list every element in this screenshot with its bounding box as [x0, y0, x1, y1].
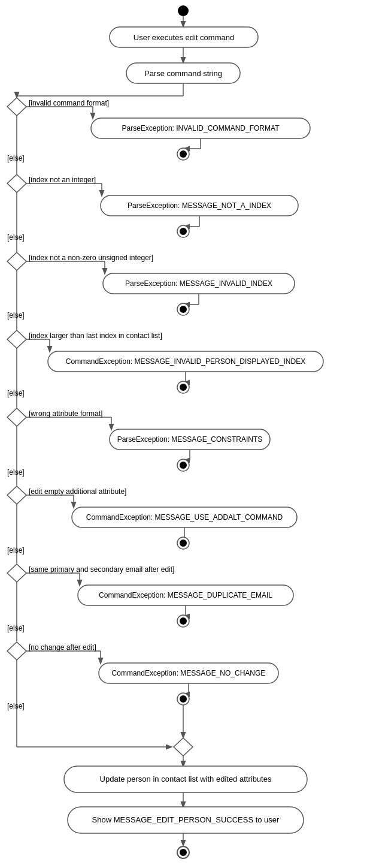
decision8-diamond — [7, 642, 26, 660]
update-label: Update person in contact list with edite… — [100, 774, 272, 783]
decision1-diamond — [7, 98, 26, 116]
end2-inner — [180, 228, 187, 235]
guard4-label: [index larger than last index in contact… — [29, 331, 162, 340]
parse-label: Parse command string — [144, 69, 222, 78]
else6-label: [else] — [7, 546, 25, 554]
show-label: Show MESSAGE_EDIT_PERSON_SUCCESS to user — [92, 815, 280, 824]
decision7-diamond — [7, 564, 26, 582]
decision5-diamond — [7, 408, 26, 426]
guard1-label: [invalid command format] — [29, 99, 109, 107]
exc5-label: ParseException: MESSAGE_CONSTRAINTS — [117, 435, 263, 444]
exc1-label: ParseException: INVALID_COMMAND_FORMAT — [122, 124, 280, 132]
else3-label: [else] — [7, 311, 25, 320]
exc7-label: CommandException: MESSAGE_DUPLICATE_EMAI… — [99, 591, 272, 599]
end7-inner — [180, 617, 187, 625]
end5-inner — [180, 462, 187, 469]
guard2-label: [index not an integer] — [29, 176, 96, 184]
else1-label: [else] — [7, 154, 25, 162]
end6-inner — [180, 540, 187, 547]
decision2-diamond — [7, 174, 26, 192]
exc2-label: ParseException: MESSAGE_NOT_A_INDEX — [128, 201, 271, 210]
exc8-label: CommandException: MESSAGE_NO_CHANGE — [112, 669, 266, 677]
end1-inner — [180, 150, 187, 158]
decision4-diamond — [7, 330, 26, 348]
else4-label: [else] — [7, 389, 25, 397]
start-node — [178, 5, 189, 16]
decision6-diamond — [7, 486, 26, 504]
execute-label: User executes edit command — [134, 33, 234, 42]
end8-inner — [180, 695, 187, 703]
guard8-label: [no change after edit] — [29, 643, 96, 652]
guard7-label: [same primary and secondary email after … — [29, 565, 174, 574]
decision3-diamond — [7, 252, 26, 270]
else2-label: [else] — [7, 233, 25, 242]
else7-label: [else] — [7, 624, 25, 632]
else5-label: [else] — [7, 468, 25, 477]
exc4-label: CommandException: MESSAGE_INVALID_PERSON… — [66, 357, 305, 366]
exc3-label: ParseException: MESSAGE_INVALID_INDEX — [125, 279, 272, 288]
diagram-svg: User executes edit command Parse command… — [0, 0, 367, 868]
activity-diagram: User executes edit command Parse command… — [0, 0, 367, 868]
final-end-inner — [180, 849, 187, 856]
end3-inner — [180, 306, 187, 313]
merge-diamond — [174, 738, 193, 756]
guard5-label: [wrong attribute format] — [29, 409, 102, 418]
exc6-label: CommandException: MESSAGE_USE_ADDALT_COM… — [86, 513, 283, 522]
guard6-label: [edit empty additional attribute] — [29, 487, 126, 496]
else8-label: [else] — [7, 702, 25, 710]
guard3-label: [index not a non-zero unsigned integer] — [29, 254, 153, 262]
end4-inner — [180, 384, 187, 391]
